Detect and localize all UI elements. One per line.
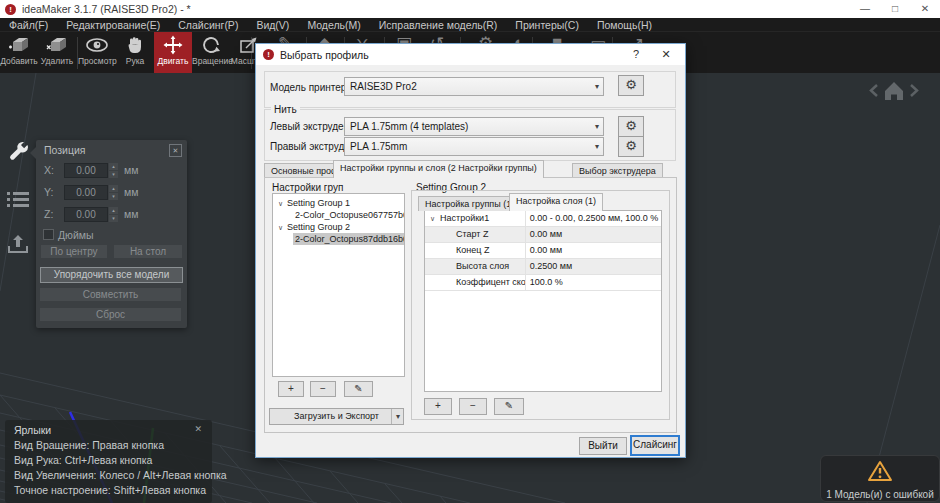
exit-button[interactable]: Выйти: [579, 437, 627, 455]
side-toolbar: [6, 140, 32, 278]
dialog-titlebar: ! Выбрать профиль ? ✕: [256, 44, 685, 65]
x-label: X:: [44, 164, 54, 176]
printer-model-select[interactable]: RAISE3D Pro2 ▾: [344, 77, 604, 96]
shortcut-zoom: Вид Увеличения: Колесо / Alt+Левая кнопк…: [14, 469, 227, 481]
arrange-all-button[interactable]: Упорядочить все модели: [40, 267, 183, 283]
wrench-icon[interactable]: [6, 140, 32, 168]
left-extruder-select[interactable]: PLA 1.75mm (4 templates) ▾: [344, 117, 604, 136]
table-row[interactable]: Конец Z 0.00 мм: [425, 243, 661, 259]
group-remove-button[interactable]: −: [310, 381, 336, 397]
menu-file[interactable]: Файл(F): [0, 19, 57, 31]
delete-cube-icon: [45, 35, 69, 55]
reset-button[interactable]: Сброс: [40, 308, 181, 321]
dialog-close-button[interactable]: ✕: [659, 48, 673, 61]
y-stepper[interactable]: ▴▾: [109, 185, 118, 200]
right-extruder-select[interactable]: PLA 1.75mm ▾: [344, 137, 604, 156]
left-filament-gear-button[interactable]: ⚙: [618, 116, 644, 137]
error-count-text: 1 Модель(и) с ошибкой: [821, 489, 939, 500]
menu-printers[interactable]: Принтеры(C): [506, 19, 588, 31]
shortcuts-overlay: Ярлыки ✕ Вид Вращение: Правая кнопка Вид…: [5, 420, 212, 503]
close-button[interactable]: ✕: [910, 0, 940, 18]
y-input[interactable]: 0.00: [64, 185, 108, 200]
tree-item-group2[interactable]: ∨Setting Group 2: [273, 221, 404, 233]
add-cube-icon: [7, 35, 31, 55]
setting-groups-tree: ∨Setting Group 1 2-Color_Octopuse067757b…: [272, 193, 405, 377]
list-icon[interactable]: [6, 190, 30, 210]
z-input[interactable]: 0.00: [64, 207, 108, 222]
home-icon[interactable]: [885, 82, 903, 100]
position-panel-close-icon[interactable]: ✕: [169, 144, 182, 157]
table-row[interactable]: Коэффицент скорости 100.0 %: [425, 275, 661, 291]
menu-model[interactable]: Модель(M): [298, 19, 369, 31]
rotate-tool-button[interactable]: Вращение: [192, 32, 230, 73]
hand-tool-button[interactable]: Рука: [116, 32, 154, 73]
delete-model-button[interactable]: Удалить: [38, 32, 76, 73]
view-right-arrow[interactable]: [911, 85, 917, 96]
dialog-help-button[interactable]: ?: [629, 48, 643, 60]
shortcut-fine: Точное настроение: Shift+Левая кнопка: [14, 484, 206, 496]
table-row[interactable]: Старт Z 0.00 мм: [425, 227, 661, 243]
left-extruder-label: Левый экструдер:: [270, 121, 352, 132]
tab-group-layer-settings[interactable]: Настройки группы и слоя (2 Настройки гру…: [333, 160, 544, 178]
table-row[interactable]: Высота слоя 0.2500 мм: [425, 259, 661, 275]
app-icon: !: [5, 4, 16, 15]
menu-view[interactable]: Вид(V): [247, 19, 298, 31]
menu-repair-model[interactable]: Исправление модель(R): [370, 19, 507, 31]
inches-checkbox[interactable]: [43, 229, 54, 240]
select-profile-dialog: ! Выбрать профиль ? ✕ Модель принтера: R…: [255, 43, 686, 458]
minimize-button[interactable]: —: [850, 0, 880, 18]
layer-add-button[interactable]: +: [424, 398, 452, 415]
tree-item-group2-profile-selected[interactable]: 2-Color_Octopus87ddb16b0...: [293, 233, 404, 245]
printer-model-label: Модель принтера:: [270, 82, 355, 93]
group-edit-button[interactable]: ✎: [344, 381, 373, 397]
tab-extruder-select[interactable]: Выбор экструдера: [572, 163, 663, 178]
table-row-header[interactable]: ∨Настройки1 0.00 - 0.00, 0.2500 мм, 100.…: [425, 211, 661, 227]
hand-icon: [123, 35, 147, 55]
center-button[interactable]: По центру: [41, 245, 107, 258]
group-add-button[interactable]: +: [278, 381, 304, 397]
x-stepper[interactable]: ▴▾: [109, 163, 118, 178]
menu-bar: Файл(F) Редактирование(E) Слайсинг(P) Ви…: [0, 18, 940, 32]
warning-icon: [866, 459, 894, 483]
dropdown-arrow-icon: ▾: [391, 409, 400, 424]
view-left-arrow[interactable]: [871, 85, 877, 96]
shortcuts-close-icon[interactable]: ✕: [194, 424, 202, 434]
model-error-badge[interactable]: 1 Модель(и) с ошибкой: [820, 455, 940, 502]
inches-label: Дюймы: [58, 229, 94, 241]
z-label: Z:: [44, 208, 53, 220]
move-tool-button[interactable]: Двигать: [154, 32, 192, 73]
menu-edit[interactable]: Редактирование(E): [57, 19, 169, 31]
menu-help[interactable]: Помощь(H): [588, 19, 661, 31]
shortcut-rotate: Вид Вращение: Правая кнопка: [14, 439, 164, 451]
position-panel-title: Позиция: [44, 144, 86, 156]
shortcuts-title: Ярлыки: [14, 424, 51, 436]
upload-icon[interactable]: [6, 232, 30, 256]
y-label: Y:: [44, 186, 53, 198]
load-export-button[interactable]: Загрузить и Экспорт ▾: [269, 408, 404, 425]
on-platform-button[interactable]: На стол: [114, 245, 182, 258]
add-model-button[interactable]: Добавить: [0, 32, 38, 73]
setting-groups-label: Настройки груп: [272, 182, 343, 193]
preview-button[interactable]: Просмотр: [78, 32, 116, 73]
dropdown-arrow-icon: ▾: [595, 118, 599, 135]
chevron-down-icon[interactable]: ∨: [430, 211, 440, 226]
maximize-button[interactable]: □: [880, 0, 910, 18]
align-button[interactable]: Совместить: [40, 288, 181, 301]
layer-edit-button[interactable]: ✎: [494, 398, 524, 415]
rotate-icon: [199, 35, 223, 55]
shortcut-pan: Вид Рука: Ctrl+Левая кнопка: [14, 454, 152, 466]
eye-icon: [85, 35, 109, 55]
menu-slice[interactable]: Слайсинг(P): [169, 19, 247, 31]
app-window: ! ideaMaker 3.1.7 (RAISE3D Pro2) - * — □…: [0, 0, 940, 503]
x-input[interactable]: 0.00: [64, 163, 108, 178]
printer-settings-gear-button[interactable]: ⚙: [618, 75, 644, 96]
tab-layer-settings[interactable]: Настройка слоя (1): [509, 193, 603, 211]
layer-remove-button[interactable]: −: [459, 398, 487, 415]
tree-item-group1[interactable]: ∨Setting Group 1: [273, 197, 404, 209]
chevron-down-icon[interactable]: ∨: [278, 198, 287, 209]
tree-item-group1-profile[interactable]: 2-Color_Octopuse067757b09...: [273, 209, 404, 221]
slice-button[interactable]: Слайсинг: [630, 435, 680, 456]
chevron-down-icon[interactable]: ∨: [278, 222, 287, 233]
z-stepper[interactable]: ▴▾: [109, 207, 118, 222]
right-filament-gear-button[interactable]: ⚙: [618, 136, 644, 157]
